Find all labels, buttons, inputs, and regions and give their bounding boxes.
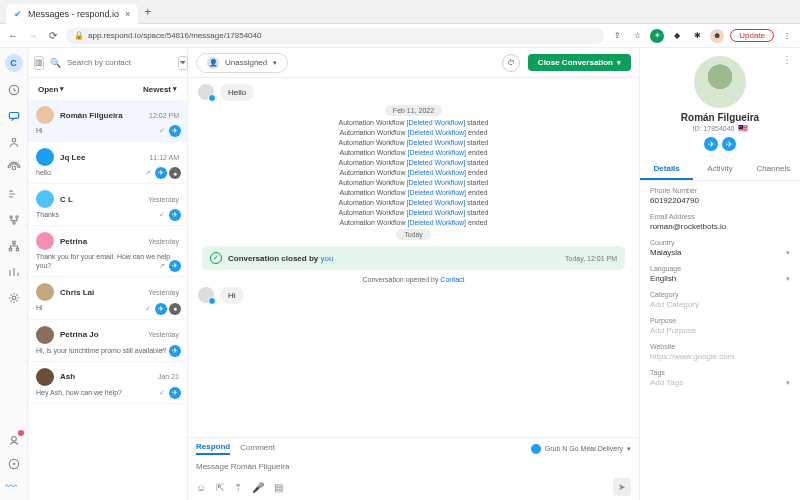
contact-avatar (198, 84, 214, 100)
read-icon: ✓ (159, 389, 165, 397)
sort-filter[interactable]: Newest▾ (143, 85, 177, 94)
svg-rect-8 (9, 248, 11, 250)
tab-comment[interactable]: Comment (240, 443, 275, 454)
country-value[interactable]: Malaysia (650, 248, 790, 257)
filter-icon[interactable]: ⏷ (178, 56, 188, 70)
email-value[interactable]: roman@rocketbots.io (650, 222, 790, 231)
reload-icon[interactable]: ⟳ (46, 29, 60, 43)
conversation-item[interactable]: Jq Lee 11:12 AM hello. ↗ ✈ ● (28, 142, 187, 184)
browser-tab[interactable]: ✔ Messages - respond.io × (6, 4, 138, 24)
close-conversation-button[interactable]: Close Conversation▾ (528, 54, 631, 71)
svg-point-11 (11, 437, 16, 442)
ext-2-icon[interactable]: ◆ (670, 29, 684, 43)
chevron-down-icon[interactable]: ▾ (786, 275, 790, 283)
conversation-opened-line: Conversation opened by Contact (198, 276, 629, 283)
contacts-icon[interactable] (6, 134, 22, 150)
bookmark-icon[interactable]: ☆ (630, 29, 644, 43)
tab-respond[interactable]: Respond (196, 442, 230, 455)
contact-name: Petrina Jo (60, 330, 142, 339)
help-icon[interactable] (6, 456, 22, 472)
respond-logo: 〰 (5, 480, 23, 494)
messages-icon[interactable] (6, 108, 22, 124)
phone-value[interactable]: 60192204790 (650, 196, 790, 205)
contact-avatar (36, 190, 54, 208)
emoji-icon[interactable]: ☺ (196, 482, 206, 493)
more-icon[interactable]: ⋮ (782, 54, 792, 65)
conversation-item[interactable]: C L Yesterday Thanks ✓ ✈ (28, 184, 187, 226)
close-tab-icon[interactable]: × (125, 9, 130, 19)
search-input[interactable] (67, 58, 172, 67)
url-text: app.respond.io/space/54816/message/17854… (88, 31, 261, 40)
conversation-item[interactable]: Petrina Jo Yesterday Hi, is your lunchti… (28, 320, 187, 362)
upload-icon[interactable]: ⇡ (234, 482, 242, 493)
tags-input[interactable]: Add Tags (650, 378, 790, 387)
reports-icon[interactable] (6, 264, 22, 280)
field-label: Phone Number (650, 187, 790, 194)
extensions-icon[interactable]: ✱ (690, 29, 704, 43)
org-icon[interactable] (6, 238, 22, 254)
composer: Respond Comment Grub N Go Meal Delivery … (188, 437, 639, 500)
category-input[interactable]: Add Category (650, 300, 790, 309)
chevron-down-icon[interactable]: ▾ (786, 379, 790, 387)
nav-rail: C 〰 (0, 48, 28, 500)
automation-event: Automation Workflow [Deleted Workflow] e… (198, 149, 629, 156)
automation-event: Automation Workflow [Deleted Workflow] s… (198, 209, 629, 216)
attach-icon[interactable]: ⇱ (216, 482, 224, 493)
date-divider: Today (396, 229, 431, 240)
workspace-avatar[interactable]: C (5, 54, 23, 72)
profile-avatar[interactable]: ☻ (710, 29, 724, 43)
contact-avatar (36, 283, 54, 301)
read-icon: ↗ (159, 347, 165, 355)
ext-1-icon[interactable]: ✦ (650, 29, 664, 43)
address-bar[interactable]: 🔒 app.respond.io/space/54816/message/178… (66, 28, 604, 44)
share-icon[interactable]: ⇪ (610, 29, 624, 43)
contact-name: Román Filgueira (681, 112, 759, 123)
svg-point-12 (13, 463, 14, 464)
svg-point-6 (12, 222, 14, 224)
menu-icon[interactable]: ⋮ (780, 29, 794, 43)
dashboard-icon[interactable] (6, 82, 22, 98)
status-filter[interactable]: Open▾ (38, 85, 64, 94)
telegram-icon[interactable]: ✈ (722, 137, 736, 151)
workflows-icon[interactable] (6, 186, 22, 202)
read-icon: ↗ (159, 262, 165, 270)
chevron-down-icon[interactable]: ▾ (786, 249, 790, 257)
tab-activity[interactable]: Activity (693, 159, 746, 180)
back-icon[interactable]: ← (6, 29, 20, 43)
telegram-icon: ✈ (169, 260, 181, 272)
tab-channels[interactable]: Channels (747, 159, 800, 180)
conversation-snippet: Hi (36, 126, 179, 135)
contact-name: Jq Lee (60, 153, 143, 162)
conversation-snippet: Hi, is your lunchtime promo still availa… (36, 346, 179, 355)
channel-selector[interactable]: Grub N Go Meal Delivery ▾ (531, 444, 631, 454)
settings-icon[interactable] (6, 290, 22, 306)
broadcast-icon[interactable] (6, 160, 22, 176)
tab-details[interactable]: Details (640, 159, 693, 180)
conversation-item[interactable]: Ash Jan 21 Hey Ash, how can we help? ✓ ✈ (28, 362, 187, 404)
field-label: Tags (650, 369, 790, 376)
notifications-icon[interactable] (6, 432, 22, 448)
message-input[interactable] (196, 459, 631, 474)
contact-detail-panel: ⋮ Román Filgueira ID: 17854040🇲🇾 ✈ ✈ Det… (640, 48, 800, 500)
search-icon: 🔍 (50, 58, 61, 68)
voice-icon[interactable]: 🎤 (252, 482, 264, 493)
snippet-icon[interactable]: ▤ (274, 482, 283, 493)
integrations-icon[interactable] (6, 212, 22, 228)
automation-event: Automation Workflow [Deleted Workflow] s… (198, 199, 629, 206)
snooze-icon[interactable]: ⏱ (502, 54, 520, 72)
conversation-snippet: Hey Ash, how can we help? (36, 388, 179, 397)
update-button[interactable]: Update (730, 29, 774, 42)
send-button[interactable]: ➤ (613, 478, 631, 496)
conversation-item[interactable]: Petrina Yesterday Thank you for your ema… (28, 226, 187, 277)
assignee-dropdown[interactable]: 👤 Unassigned ▾ (196, 53, 288, 73)
language-value[interactable]: English (650, 274, 790, 283)
forward-icon[interactable]: → (26, 29, 40, 43)
website-input[interactable]: https://www.google.com (650, 352, 790, 361)
layout-icon[interactable]: ▥ (34, 56, 44, 70)
conversation-item[interactable]: Chris Lai Yesterday Hi ✓ ✈ ● (28, 277, 187, 319)
read-icon: ✓ (159, 127, 165, 135)
purpose-input[interactable]: Add Purpose (650, 326, 790, 335)
new-tab-button[interactable]: + (144, 5, 151, 19)
conversation-item[interactable]: Román Filgueira 12:02 PM Hi ✓ ✈ (28, 100, 187, 142)
telegram-icon[interactable]: ✈ (704, 137, 718, 151)
